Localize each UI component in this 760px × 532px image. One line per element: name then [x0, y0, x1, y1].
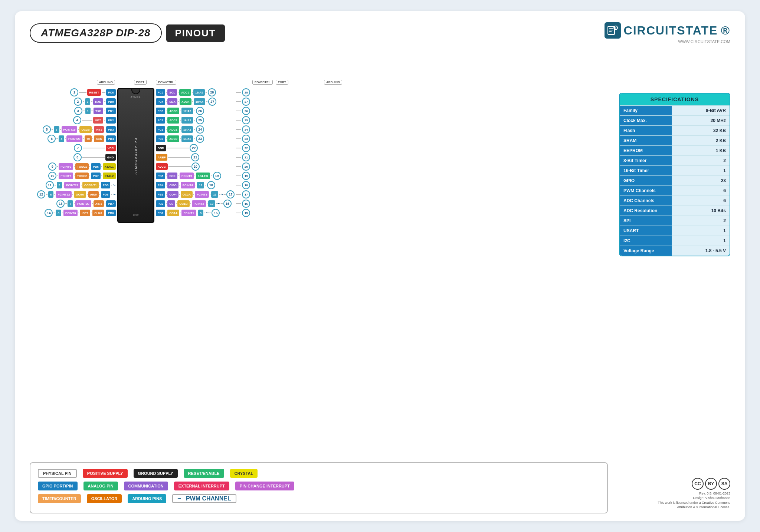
- pin2-ard: 0: [85, 98, 90, 105]
- legend-badge-positive: POSITIVE SUPPLY: [83, 469, 128, 478]
- title-block: ATMEGA328P DIP-28 PINOUT: [30, 23, 225, 43]
- pin-row-6: 6 4 PCINT20 T0 XCK PD4: [37, 134, 116, 143]
- pin24-pc1: PC1: [156, 126, 166, 133]
- pin16-pwm: ~: [217, 201, 220, 207]
- specs-row-8: PWM Channels 6: [620, 185, 730, 196]
- specs-row-7: GPIO 23: [620, 175, 730, 185]
- pinout-table: 1 RESET PC6 2 0 RXD PD0: [37, 88, 393, 223]
- pin-num-5: 5: [43, 125, 51, 134]
- right-header-labels: POW/CTRL PORT ARDUINO: [252, 80, 342, 86]
- pin28-pc5: PC5: [156, 89, 166, 96]
- legend-row-3: TIMER/COUNTER OSCILLATOR ARDUINO PINS ~ …: [38, 494, 600, 503]
- specs-row-4: EEPROM 1 KB: [620, 145, 730, 155]
- pin-row-4: 4 INT0 PD2: [37, 116, 116, 125]
- pin15-pcint1: PCINT1: [181, 210, 196, 216]
- pin-num-1: 1: [70, 88, 78, 96]
- cc-license1: This work is licensed under a Creative C…: [658, 500, 730, 505]
- svg-text:S: S: [615, 27, 617, 30]
- pinout-badge: PINOUT: [166, 24, 225, 42]
- pin23-pc0: PC0: [156, 135, 166, 142]
- pin28-adc5: ADC5: [179, 89, 191, 96]
- pin-num-19: 19: [213, 172, 221, 180]
- pin-num-13: 13: [56, 200, 65, 208]
- pin-row-3: 3 1 TXD PD1: [37, 106, 116, 115]
- phys-17: 17: [242, 190, 250, 198]
- phys-28: 28: [242, 88, 250, 96]
- phys-19: 19: [242, 172, 250, 180]
- pin-row-14: 14 8 PCINT0 ICP1 CLK0 PB0: [37, 208, 116, 217]
- pin14-pcint0: PCINT0: [63, 210, 78, 216]
- pin16-pcint2: PCINT2: [192, 200, 206, 207]
- pin6-xck: XCK: [94, 135, 104, 142]
- pin-num-9: 9: [48, 162, 56, 171]
- pin14-clko: CLK0: [92, 210, 104, 216]
- port-label-right: PORT: [276, 80, 288, 85]
- specs-row-9: ADC Channels 6: [620, 196, 730, 206]
- legend-badge-ground: GROUND SUPPLY: [134, 469, 178, 478]
- right-physical-nums: 28 27 26 25 24: [236, 88, 250, 217]
- pin6-t0: T0: [85, 135, 92, 142]
- pin2-pd0: PD0: [106, 98, 116, 105]
- specs-row-6: 16-Bit Timer 1: [620, 165, 730, 175]
- pin23-ard: 14/A0: [181, 135, 193, 142]
- phys-27: 27: [242, 98, 250, 106]
- pin-row-18: PB4 CIPO PCINT4 12 18: [156, 181, 235, 190]
- pin10-pb7: PB7: [91, 173, 101, 179]
- pin5-pcint19: PCINT19: [62, 126, 78, 133]
- pin-row-10: 10 PCINT7 TOSC2 PB7 XTAL2: [37, 171, 116, 180]
- header: ATMEGA328P DIP-28 PINOUT S CIRCUITSTATE®: [30, 22, 730, 44]
- legend-positive: POSITIVE SUPPLY: [83, 469, 128, 478]
- pin-row-12: 12 6 PCINT22 OC0A AIN0 PD6 ~: [37, 190, 116, 199]
- pin9-tosc1: TOSC1: [75, 163, 89, 170]
- pin10-pcint7: PCINT7: [59, 173, 73, 179]
- pin9-pb6: PB6: [91, 163, 101, 170]
- pin16-pb2: PB2: [156, 200, 166, 207]
- specs-header: SPECIFICATIONS: [620, 93, 730, 105]
- pin1-reset: RESET: [87, 89, 101, 96]
- specs-row-3: SRAM 2 KB: [620, 135, 730, 145]
- legend-extint: EXTERNAL INTERRUPT: [174, 482, 229, 490]
- pin13-ard: 7: [68, 200, 73, 207]
- pin-row-19: PB5 SCK PCINT5 13/LED 19: [156, 171, 235, 180]
- specs-row-1: Clock Max. 20 MHz: [620, 115, 730, 125]
- pin23-adc0: ADC0: [167, 135, 179, 142]
- legend-badge-physical: PHYSICAL PIN: [38, 469, 77, 478]
- pin18-pcint4: PCINT4: [181, 182, 195, 188]
- specs-box: SPECIFICATIONS Family 8-Bit AVR Clock Ma…: [619, 93, 730, 256]
- pin-num-11: 11: [46, 181, 54, 189]
- logo-text: S CIRCUITSTATE®: [605, 22, 730, 39]
- pin5-ard: 3: [54, 126, 59, 133]
- chip-title: ATMEGA328P DIP-28: [30, 23, 162, 43]
- pin6-pd4: PD4: [106, 135, 116, 142]
- pin8-gnd: GND: [105, 154, 116, 161]
- pin24-ard: 15/A1: [181, 126, 193, 133]
- pin-row-11: 11 5 PCINT21 OC0B/T1 PD5 ~: [37, 181, 116, 190]
- pin-row-26: PC3 ADC3 17/A3 26: [156, 106, 235, 115]
- legend-timer: TIMER/COUNTER: [38, 494, 81, 503]
- pin6-ard: 4: [59, 135, 64, 142]
- legend-row-2: GPIO PORT/PIN ANALOG PIN COMMUNICATION E…: [38, 482, 600, 490]
- pin-row-23: PC0 ADC0 14/A0 23: [156, 134, 235, 143]
- pin25-ard: 16/A2: [181, 117, 193, 124]
- chip-model: ATMEGA328P-PU: [134, 137, 138, 175]
- legend-badge-analog: ANALOG PIN: [83, 482, 118, 490]
- cc-rev: Rev. 0.5, 08-01-2023: [658, 491, 730, 496]
- pin-num-6: 6: [48, 135, 56, 143]
- cc-design: Design: Vishnu Mohanan: [658, 496, 730, 500]
- pin-row-1: 1 RESET PC6: [37, 88, 116, 97]
- pin17-ard: 11: [211, 191, 218, 198]
- pin26-pc3: PC3: [156, 108, 166, 114]
- pin-num-3: 3: [74, 107, 82, 115]
- pin-row-17: PB3 COPI OC2A PCINT3 11 ~ 17: [156, 190, 235, 199]
- legend-pwm: ~ PWM CHANNEL: [172, 494, 236, 503]
- specs-row-11: SPI 2: [620, 216, 730, 226]
- pin24-adc1: ADC1: [167, 126, 179, 133]
- pin19-sck: SCK: [167, 173, 177, 179]
- phys-20: 20: [242, 162, 250, 171]
- pin12-oc0a: OC0A: [74, 191, 86, 198]
- specs-row-12: USART 1: [620, 226, 730, 236]
- chip-mfg: ATMEL: [131, 96, 141, 98]
- pin19-pb5: PB5: [156, 173, 166, 179]
- legend-oscillator: OSCILLATOR: [87, 494, 122, 503]
- pin-row-7: 7 VCC: [37, 144, 116, 152]
